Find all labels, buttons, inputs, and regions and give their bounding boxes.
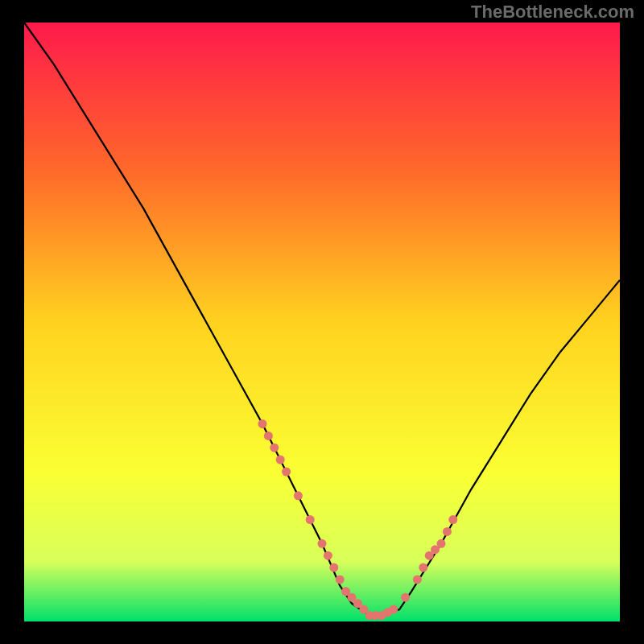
highlight-dot — [448, 515, 457, 524]
plot-background — [24, 23, 620, 621]
highlight-dot — [324, 551, 332, 560]
highlight-dot — [306, 515, 315, 524]
highlight-dot — [294, 491, 303, 500]
highlight-dot — [413, 575, 422, 584]
highlight-dot — [443, 527, 452, 536]
highlight-dot — [401, 593, 410, 602]
highlight-dot — [270, 444, 279, 452]
watermark-text: TheBottleneck.com — [471, 2, 634, 23]
highlight-dot — [389, 605, 398, 614]
bottleneck-chart — [0, 0, 644, 644]
highlight-dot — [258, 419, 267, 428]
highlight-dot — [437, 539, 446, 548]
highlight-dot — [336, 575, 345, 584]
highlight-dot — [276, 456, 285, 464]
highlight-dot — [282, 468, 291, 477]
highlight-dot — [318, 539, 327, 548]
highlight-dot — [264, 431, 273, 440]
highlight-dot — [329, 564, 338, 572]
highlight-dot — [419, 564, 427, 572]
